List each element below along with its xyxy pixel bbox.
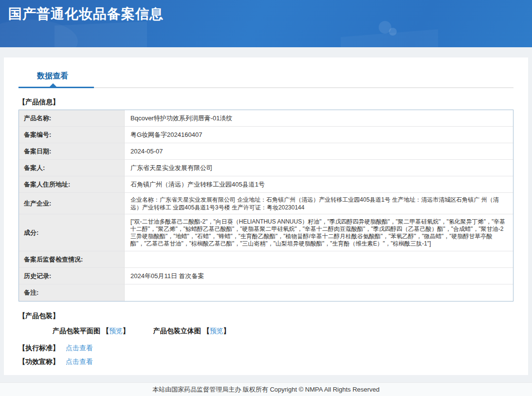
table-row: 生产企业: 企业名称：广东省天星实业发展有限公司 企业地址：石角镇广州（清远）产…	[19, 193, 513, 214]
row-value: 2024-05-07	[125, 145, 513, 158]
table-row: 备案后监督检查情况:	[19, 251, 513, 268]
row-label: 历史记录:	[19, 268, 125, 284]
content-card: 数据查看 【产品信息】 产品名称: Bqcover特护功效系列润唇膏-01淡纹 …	[4, 57, 528, 375]
standard-view-link[interactable]: 点击查看	[66, 344, 93, 352]
decorative-polygon	[341, 29, 438, 47]
table-row: 备案人: 广东省天星实业发展有限公司	[19, 160, 513, 176]
bracket-open: 【	[102, 327, 109, 335]
row-value: 2024年05月11日 首次备案	[125, 269, 513, 283]
row-value: 粤G妆网备字2024160407	[125, 128, 513, 142]
packaging-previews: 产品包装平面图 【预览】 产品包装立体图 【预览】	[53, 327, 514, 336]
bracket-open: 【	[203, 327, 210, 335]
decorative-polygon	[55, 21, 147, 47]
row-label: 备注:	[19, 284, 125, 301]
efficacy-line: 【功效宣称】 点击查看	[18, 358, 514, 366]
tab-rule	[18, 87, 514, 88]
efficacy-view-link[interactable]: 点击查看	[66, 358, 93, 365]
row-value: ["双-二甘油多酰基己二酸酯-2"，"向日葵（HELIANTHUS ANNUUS…	[125, 216, 513, 250]
table-row: 成分: ["双-二甘油多酰基己二酸酯-2"，"向日葵（HELIANTHUS AN…	[19, 214, 513, 251]
row-label: 成分:	[19, 214, 125, 251]
table-row: 备注:	[19, 284, 513, 301]
standard-line: 【执行标准】 点击查看	[18, 344, 514, 353]
decorative-circle	[379, 21, 391, 34]
stereo-image-label: 产品包装立体图	[153, 327, 203, 335]
bracket-close: 】	[123, 327, 129, 335]
row-value	[125, 257, 513, 262]
table-row: 备案人住所地址: 石角镇广州（清远）产业转移工业园405县道1号	[19, 176, 513, 193]
tab-caret-icon	[49, 83, 57, 87]
row-value: 企业名称：广东省天星实业发展有限公司 企业地址：石角镇广州（清远）产业转移工业园…	[125, 193, 513, 214]
row-label: 备案后监督检查情况:	[19, 251, 125, 267]
packaging-section: 【产品包装】 产品包装平面图 【预览】 产品包装立体图 【预览】	[18, 312, 514, 336]
table-row: 备案日期: 2024-05-07	[19, 143, 513, 160]
table-row: 备案编号: 粤G妆网备字2024160407	[19, 127, 513, 143]
flat-image-preview-link[interactable]: 预览	[109, 327, 123, 335]
table-row: 历史记录: 2024年05月11日 首次备案	[19, 268, 513, 284]
row-label: 备案人:	[19, 160, 125, 176]
tab-data-view[interactable]: 数据查看	[37, 71, 68, 81]
decorative-circle	[0, 19, 78, 47]
stereo-image-group: 产品包装立体图 【预览】	[153, 327, 230, 336]
table-row: 产品名称: Bqcover特护功效系列润唇膏-01淡纹	[19, 110, 513, 127]
row-label: 备案人住所地址:	[19, 176, 125, 192]
section-packaging: 【产品包装】	[18, 312, 514, 321]
section-standard: 【执行标准】	[18, 344, 59, 352]
row-label: 生产企业:	[19, 193, 125, 214]
section-product-info: 【产品信息】	[18, 98, 514, 107]
product-info-table: 产品名称: Bqcover特护功效系列润唇膏-01淡纹 备案编号: 粤G妆网备字…	[18, 110, 514, 302]
bracket-close: 】	[223, 327, 230, 335]
page-footer: 本站由国家药品监督管理局主办 版权所有 Copyright © NMPA All…	[0, 382, 532, 396]
flat-image-group: 产品包装平面图 【预览】	[53, 327, 129, 336]
row-label: 备案日期:	[19, 143, 125, 159]
footer-text: 本站由国家药品监督管理局主办 版权所有 Copyright © NMPA All…	[152, 386, 380, 393]
row-value: 广东省天星实业发展有限公司	[125, 161, 513, 175]
decorative-circle	[389, 28, 397, 36]
stereo-image-preview-link[interactable]: 预览	[210, 327, 223, 335]
row-label: 备案编号:	[19, 127, 125, 143]
row-value	[125, 290, 513, 295]
row-label: 产品名称:	[19, 110, 125, 126]
page-title: 国产普通化妆品备案信息	[8, 5, 164, 23]
tab-bar: 数据查看	[18, 57, 514, 88]
section-efficacy: 【功效宣称】	[18, 358, 59, 365]
flat-image-label: 产品包装平面图	[53, 327, 100, 335]
row-value: Bqcover特护功效系列润唇膏-01淡纹	[125, 112, 513, 125]
page-header: 国产普通化妆品备案信息	[0, 0, 532, 47]
row-value: 石角镇广州（清远）产业转移工业园405县道1号	[125, 178, 513, 191]
